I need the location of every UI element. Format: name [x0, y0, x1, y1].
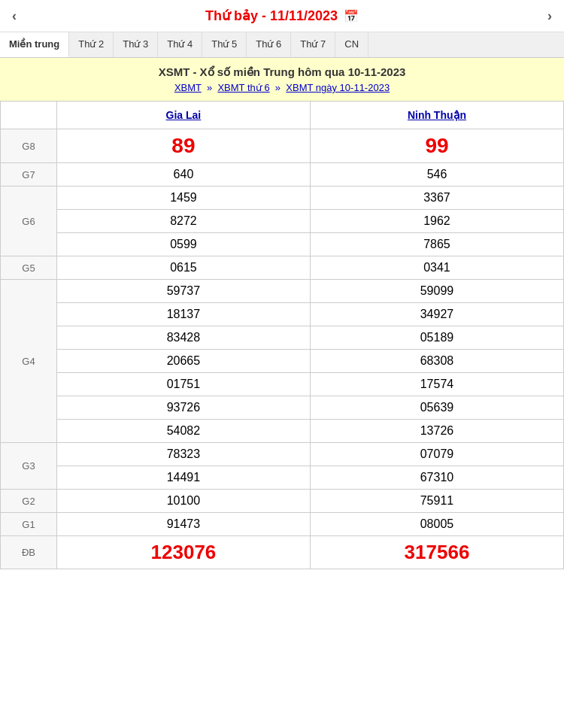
prize-value-col1: 91473 [56, 513, 310, 536]
prize-value-col2: 99 [310, 129, 563, 163]
table-row: G19147308005 [1, 513, 564, 536]
table-row: G45973759099 [1, 280, 564, 303]
prize-value-col1: 18137 [56, 303, 310, 326]
prize-value-col2: 3367 [310, 187, 563, 210]
banner-title: XSMT - Xổ số miền Trung hôm qua 10-11-20… [12, 65, 552, 79]
prize-label: G7 [1, 163, 57, 187]
prize-value-col1: 89 [56, 129, 310, 163]
prize-value-col2: 17574 [310, 373, 563, 396]
tab-thứ-5[interactable]: Thứ 5 [202, 32, 247, 57]
prize-value-col2: 08005 [310, 513, 563, 536]
prize-value-col1: 01751 [56, 373, 310, 396]
banner-links: XBMT » XBMT thứ 6 » XBMT ngày 10-11-2023 [12, 82, 552, 93]
header: ‹ Thứ bảy - 11/11/2023 📅 › [0, 0, 564, 32]
prize-label: G8 [1, 129, 57, 163]
prize-value-col1: 640 [56, 163, 310, 187]
tab-thứ-2[interactable]: Thứ 2 [69, 32, 114, 57]
prize-value-col1: 123076 [56, 536, 310, 569]
prize-value-col1: 83428 [56, 326, 310, 350]
prize-value-col2: 546 [310, 163, 563, 187]
nav-right-button[interactable]: › [547, 8, 552, 24]
table-row: G21010075911 [1, 490, 564, 513]
prize-value-col2: 13726 [310, 420, 563, 443]
nav-left-button[interactable]: ‹ [12, 8, 17, 24]
prize-value-col1: 14491 [56, 466, 310, 490]
tab-thứ-6[interactable]: Thứ 6 [247, 32, 291, 57]
banner: XSMT - Xổ số miền Trung hôm qua 10-11-20… [0, 58, 564, 101]
prize-value-col1: 54082 [56, 420, 310, 443]
table-row: 1449167310 [1, 466, 564, 490]
header-title: Thứ bảy - 11/11/2023 [205, 8, 338, 24]
table-row: 05997865 [1, 233, 564, 256]
prize-value-col2: 59099 [310, 280, 563, 303]
table-row: 9372605639 [1, 396, 564, 420]
tab-cn[interactable]: CN [335, 32, 368, 57]
prize-value-col1: 93726 [56, 396, 310, 420]
table-row: 0175117574 [1, 373, 564, 396]
tab-miền-trung[interactable]: Miền trung [0, 32, 69, 57]
prize-value-col1: 8272 [56, 210, 310, 233]
tab-thứ-3[interactable]: Thứ 3 [114, 32, 158, 57]
prize-value-col2: 1962 [310, 210, 563, 233]
lottery-table: Gia Lai Ninh Thuận G88999G7640546G614593… [0, 101, 564, 569]
table-row: G506150341 [1, 256, 564, 280]
col-header-province2[interactable]: Ninh Thuận [310, 102, 563, 129]
table-row: G7640546 [1, 163, 564, 187]
table-row: G614593367 [1, 187, 564, 210]
banner-link-2[interactable]: XBMT thứ 6 [217, 82, 269, 93]
prize-value-col2: 75911 [310, 490, 563, 513]
prize-value-col2: 0341 [310, 256, 563, 280]
prize-value-col2: 7865 [310, 233, 563, 256]
table-row: ĐB123076317566 [1, 536, 564, 569]
table-row: 5408213726 [1, 420, 564, 443]
prize-value-col1: 0615 [56, 256, 310, 280]
prize-value-col2: 05189 [310, 326, 563, 350]
calendar-icon[interactable]: 📅 [344, 9, 359, 23]
prize-value-col2: 34927 [310, 303, 563, 326]
col-header-label [1, 102, 57, 129]
prize-value-col1: 20665 [56, 350, 310, 373]
col-header-province1[interactable]: Gia Lai [56, 102, 310, 129]
banner-link-1[interactable]: XBMT [174, 82, 202, 93]
prize-label: G6 [1, 187, 57, 256]
prize-label: G5 [1, 256, 57, 280]
prize-label: G4 [1, 280, 57, 443]
prize-label: G3 [1, 443, 57, 490]
prize-label: G2 [1, 490, 57, 513]
table-row: 1813734927 [1, 303, 564, 326]
prize-value-col2: 67310 [310, 466, 563, 490]
tab-thứ-4[interactable]: Thứ 4 [158, 32, 202, 57]
tab-bar: Miền trungThứ 2Thứ 3Thứ 4Thứ 5Thứ 6Thứ 7… [0, 32, 564, 58]
prize-value-col2: 68308 [310, 350, 563, 373]
prize-value-col2: 07079 [310, 443, 563, 466]
prize-value-col2: 05639 [310, 396, 563, 420]
prize-value-col2: 317566 [310, 536, 563, 569]
table-row: 82721962 [1, 210, 564, 233]
prize-value-col1: 78323 [56, 443, 310, 466]
prize-value-col1: 1459 [56, 187, 310, 210]
prize-label: ĐB [1, 536, 57, 569]
prize-label: G1 [1, 513, 57, 536]
table-row: 8342805189 [1, 326, 564, 350]
banner-link-3[interactable]: XBMT ngày 10-11-2023 [286, 82, 390, 93]
table-row: G37832307079 [1, 443, 564, 466]
prize-value-col1: 0599 [56, 233, 310, 256]
prize-value-col1: 10100 [56, 490, 310, 513]
tab-thứ-7[interactable]: Thứ 7 [291, 32, 335, 57]
table-row: G88999 [1, 129, 564, 163]
table-row: 2066568308 [1, 350, 564, 373]
prize-value-col1: 59737 [56, 280, 310, 303]
